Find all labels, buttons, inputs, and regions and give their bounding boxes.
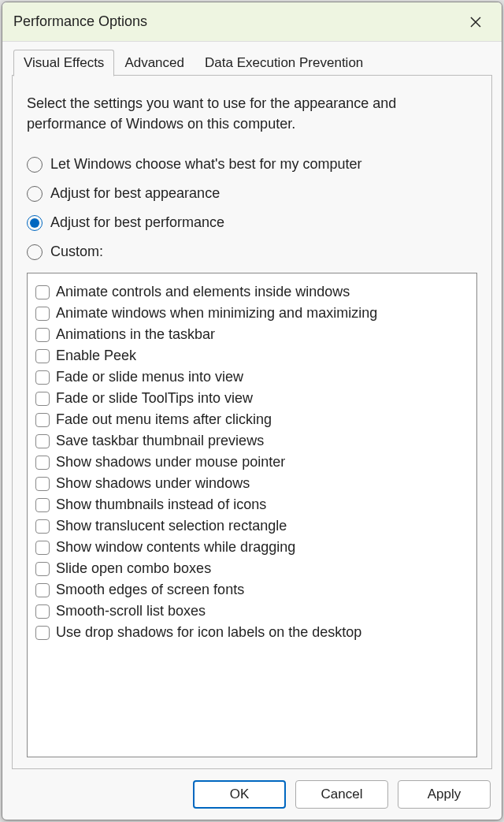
checkbox-label: Fade out menu items after clicking — [56, 411, 272, 428]
close-icon — [469, 16, 482, 28]
radio-label: Adjust for best appearance — [50, 185, 220, 202]
checkbox-option[interactable]: Fade or slide menus into view — [34, 366, 470, 388]
close-button[interactable] — [461, 7, 491, 37]
apply-button[interactable]: Apply — [398, 780, 491, 809]
checkbox-icon — [35, 370, 50, 385]
performance-options-dialog: Performance Options Visual EffectsAdvanc… — [2, 2, 502, 820]
radio-option[interactable]: Adjust for best performance — [27, 214, 477, 231]
tab-panel-visual-effects: Select the settings you want to use for … — [12, 75, 492, 769]
checkbox-option[interactable]: Smooth edges of screen fonts — [34, 579, 470, 601]
checkbox-option[interactable]: Show translucent selection rectangle — [34, 515, 470, 537]
checkbox-icon — [35, 285, 50, 299]
radio-option[interactable]: Adjust for best appearance — [27, 185, 477, 202]
checkbox-option[interactable]: Enable Peek — [34, 345, 470, 366]
checkbox-label: Save taskbar thumbnail previews — [56, 433, 264, 449]
checkbox-label: Slide open combo boxes — [56, 560, 211, 577]
checkbox-icon — [35, 604, 50, 619]
checkbox-option[interactable]: Show shadows under windows — [34, 473, 470, 494]
checkbox-label: Use drop shadows for icon labels on the … — [56, 624, 361, 641]
checkbox-option[interactable]: Fade or slide ToolTips into view — [34, 388, 470, 409]
checkbox-option[interactable]: Show window contents while dragging — [34, 537, 470, 558]
checkbox-icon — [35, 328, 50, 342]
tab-visual-effects[interactable]: Visual Effects — [13, 50, 114, 76]
checkbox-label: Show window contents while dragging — [56, 539, 295, 556]
checkbox-option[interactable]: Show thumbnails instead of icons — [34, 494, 470, 515]
tab-advanced[interactable]: Advanced — [114, 50, 195, 76]
checkbox-option[interactable]: Slide open combo boxes — [34, 558, 470, 579]
checkbox-option[interactable]: Show shadows under mouse pointer — [34, 452, 470, 473]
radio-label: Custom: — [50, 244, 103, 260]
radio-label: Adjust for best performance — [50, 214, 224, 231]
checkbox-icon — [35, 477, 50, 491]
checkbox-icon — [35, 541, 50, 555]
checkbox-icon — [35, 413, 50, 427]
checkbox-label: Show shadows under mouse pointer — [56, 454, 285, 471]
checkbox-icon — [35, 562, 50, 576]
checkbox-label: Fade or slide ToolTips into view — [56, 390, 253, 407]
checkbox-option[interactable]: Save taskbar thumbnail previews — [34, 430, 470, 452]
radio-icon — [27, 157, 43, 173]
window-title: Performance Options — [13, 13, 461, 30]
effects-checkbox-list[interactable]: Animate controls and elements inside win… — [27, 273, 477, 757]
radio-icon — [27, 215, 43, 231]
checkbox-label: Animate windows when minimizing and maxi… — [56, 305, 377, 322]
radio-option[interactable]: Let Windows choose what's best for my co… — [27, 156, 477, 173]
checkbox-icon — [35, 519, 50, 534]
radio-group: Let Windows choose what's best for my co… — [27, 156, 477, 260]
checkbox-icon — [35, 434, 50, 448]
checkbox-option[interactable]: Smooth-scroll list boxes — [34, 601, 470, 622]
tab-data-execution-prevention[interactable]: Data Execution Prevention — [195, 50, 373, 76]
checkbox-icon — [35, 583, 50, 597]
checkbox-option[interactable]: Animate windows when minimizing and maxi… — [34, 303, 470, 324]
radio-option[interactable]: Custom: — [27, 244, 477, 260]
checkbox-label: Show translucent selection rectangle — [56, 518, 287, 534]
cancel-button[interactable]: Cancel — [295, 780, 388, 809]
checkbox-label: Show thumbnails instead of icons — [56, 497, 266, 513]
button-row: OK Cancel Apply — [2, 769, 502, 820]
checkbox-icon — [35, 626, 50, 640]
tab-strip: Visual EffectsAdvancedData Execution Pre… — [12, 50, 492, 76]
checkbox-option[interactable]: Fade out menu items after clicking — [34, 409, 470, 430]
titlebar: Performance Options — [2, 2, 502, 42]
checkbox-label: Smooth-scroll list boxes — [56, 603, 206, 619]
checkbox-label: Smooth edges of screen fonts — [56, 582, 244, 598]
radio-icon — [27, 244, 43, 260]
ok-button[interactable]: OK — [193, 780, 286, 809]
checkbox-label: Enable Peek — [56, 348, 136, 364]
checkbox-label: Show shadows under windows — [56, 475, 250, 492]
checkbox-icon — [35, 456, 50, 470]
checkbox-icon — [35, 307, 50, 321]
checkbox-option[interactable]: Use drop shadows for icon labels on the … — [34, 622, 470, 643]
radio-label: Let Windows choose what's best for my co… — [50, 156, 362, 173]
description-text: Select the settings you want to use for … — [27, 93, 477, 134]
checkbox-option[interactable]: Animate controls and elements inside win… — [34, 281, 470, 303]
checkbox-icon — [35, 498, 50, 512]
radio-icon — [27, 186, 43, 202]
checkbox-label: Animate controls and elements inside win… — [56, 284, 350, 300]
checkbox-icon — [35, 392, 50, 406]
checkbox-icon — [35, 349, 50, 363]
checkbox-label: Animations in the taskbar — [56, 326, 215, 343]
checkbox-option[interactable]: Animations in the taskbar — [34, 324, 470, 345]
checkbox-label: Fade or slide menus into view — [56, 369, 243, 385]
dialog-content: Visual EffectsAdvancedData Execution Pre… — [2, 42, 502, 769]
